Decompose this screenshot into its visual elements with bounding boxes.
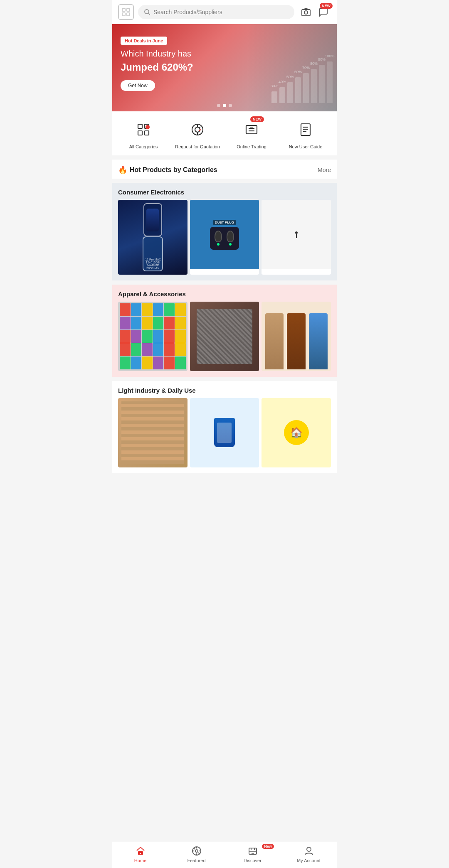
online-trading-label: Online Trading [237, 144, 266, 150]
svg-rect-2 [122, 13, 125, 16]
svg-line-15 [199, 127, 201, 128]
product-jerseys[interactable] [118, 302, 187, 371]
consumer-electronics-grid: i12 Pro MAX12+512GB24+48MP5800mAh DUST P… [118, 200, 331, 275]
banner-tag: Hot Deals in June [121, 37, 167, 45]
all-categories-icon [133, 119, 154, 140]
svg-rect-3 [127, 13, 130, 16]
message-button[interactable]: NEW [316, 5, 331, 20]
hot-products-more[interactable]: More [318, 167, 331, 173]
apparel-title: Apparel & Accessories [118, 290, 331, 298]
product-cleaning[interactable] [190, 398, 259, 467]
quick-nav: All Categories Request for Quotation NEW [112, 111, 337, 155]
new-user-guide-label: New User Guide [289, 144, 323, 150]
camera-icon [301, 7, 311, 17]
nav-all-categories[interactable]: All Categories [116, 119, 170, 150]
light-industry-title: Light Industry & Daily Use [118, 387, 331, 394]
svg-rect-11 [145, 131, 149, 135]
svg-point-7 [304, 11, 308, 14]
logo[interactable] [118, 4, 134, 20]
rfq-label: Request for Quotation [175, 144, 220, 150]
bottom-spacer [112, 473, 337, 502]
light-industry-grid: 🏠 [118, 398, 331, 467]
product-shoes[interactable] [190, 302, 259, 371]
header-icons: NEW [299, 5, 331, 20]
svg-line-5 [148, 13, 150, 15]
svg-rect-0 [122, 8, 125, 11]
svg-point-4 [145, 10, 149, 14]
header: NEW [112, 0, 337, 24]
search-icon [144, 9, 150, 15]
product-tv[interactable] [262, 200, 331, 275]
product-earbuds[interactable]: DUST PLUG [190, 200, 259, 275]
svg-rect-10 [138, 131, 142, 135]
apparel-section: Apparel & Accessories [112, 285, 337, 377]
search-bar[interactable] [138, 5, 294, 19]
nav-new-user-guide[interactable]: New User Guide [279, 119, 333, 150]
svg-rect-16 [246, 125, 257, 134]
product-phone[interactable]: i12 Pro MAX12+512GB24+48MP5800mAh [118, 200, 187, 275]
product-wood[interactable] [118, 398, 187, 467]
search-input[interactable] [153, 9, 289, 15]
consumer-electronics-section: Consumer Electronics i12 Pro MAX12+512GB… [112, 183, 337, 280]
banner-dot-2[interactable] [223, 104, 226, 107]
all-categories-label: All Categories [129, 144, 158, 150]
nav-rfq[interactable]: Request for Quotation [170, 119, 224, 150]
camera-button[interactable] [299, 5, 313, 20]
light-industry-section: Light Industry & Daily Use 🏠 [112, 381, 337, 473]
banner-dot-3[interactable] [229, 104, 232, 107]
banner-dot-1[interactable] [217, 104, 220, 107]
consumer-electronics-title: Consumer Electronics [118, 189, 331, 196]
online-trading-new-badge: NEW [250, 116, 264, 122]
hot-products-header: 🔥 Hot Products by Categories More [112, 160, 337, 179]
banner-title: Jumped 620%? [121, 61, 193, 74]
apparel-grid [118, 302, 331, 371]
svg-point-12 [146, 125, 150, 129]
new-user-guide-icon [295, 119, 316, 140]
product-dresses[interactable] [262, 302, 331, 371]
banner-cta-button[interactable]: Get Now [121, 80, 155, 91]
fire-icon: 🔥 [118, 165, 127, 175]
banner-content: Hot Deals in June Which Industry has Jum… [121, 37, 193, 91]
banner-dots [217, 104, 232, 107]
message-new-badge: NEW [320, 3, 333, 9]
product-misc[interactable]: 🏠 [262, 398, 331, 467]
rfq-icon [187, 119, 208, 140]
hot-products-section: 🔥 Hot Products by Categories More [112, 160, 337, 179]
online-trading-icon: NEW [241, 119, 262, 140]
svg-rect-1 [127, 8, 130, 11]
banner-subtitle: Which Industry has [121, 48, 193, 59]
nav-online-trading[interactable]: NEW Online Trading [224, 119, 279, 150]
svg-rect-8 [138, 124, 142, 128]
hero-banner[interactable]: Hot Deals in June Which Industry has Jum… [112, 24, 337, 111]
hot-products-title: 🔥 Hot Products by Categories [118, 165, 217, 175]
